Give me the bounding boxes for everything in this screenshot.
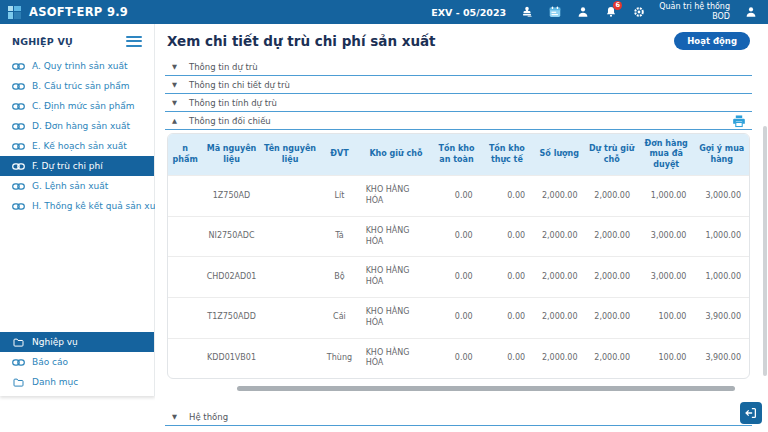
cell-ton-kho-an-toan: 0.00 [432,257,480,298]
cell-ton-kho-an-toan: 0.00 [432,216,480,257]
table-header-row: n phẩm Mã nguyên liệu Tên nguyên liệu ĐV… [168,134,749,176]
sidebar-item-label: F. Dự trù chi phí [32,161,103,171]
app-window: ASOFT-ERP 9.9 EXV - 05/2023 6 Quản trị h… [0,0,768,432]
cell-du-tru-giu-cho: 2,000.00 [586,338,638,378]
section-label: Hệ thống [189,412,228,422]
sidebar-footer-danh-muc[interactable]: Danh mục [0,372,154,392]
bell-icon[interactable]: 6 [603,5,618,20]
cell-san-pham [168,176,202,217]
cell-du-tru-giu-cho: 2,000.00 [586,297,638,338]
sidebar-footer: Nghiệp vụ Báo cáo Danh mục [0,332,154,396]
sidebar-item-label: H. Thống kê kết quả sản xuất [32,201,164,211]
link-icon [12,358,25,367]
table-row[interactable]: T1Z750ADD Cái KHO HÀNG HÓA 0.00 0.00 2,0… [168,297,749,338]
cell-goi-y-mua-hang: 3,900.00 [694,297,749,338]
section-reserve-info[interactable]: ▼ Thông tin dự trù [165,58,752,76]
cell-kho-giu-cho: KHO HÀNG HÓA [360,338,433,378]
section-comparison[interactable]: ▲ Thông tin đối chiếu [165,112,752,130]
user-role: Quản trị hệ thống [659,2,730,12]
cell-ton-kho-thuc-te: 0.00 [481,297,533,338]
cell-ten-nguyen-lieu [261,297,320,338]
section-reserve-detail[interactable]: ▼ Thông tin chi tiết dự trù [165,76,752,94]
cell-goi-y-mua-hang: 3,000.00 [694,176,749,217]
printer-icon[interactable] [732,114,748,128]
cell-ma-nguyen-lieu: 1Z750AD [202,176,261,217]
sidebar-footer-label: Danh mục [32,377,78,387]
chevron-down-icon: ▼ [172,413,180,421]
link-icon [12,82,25,91]
sidebar-item-dinh-muc[interactable]: C. Định mức sản phẩm [0,96,154,116]
cell-san-pham [168,297,202,338]
cell-don-hang-mua: 100.00 [638,297,694,338]
cell-ton-kho-an-toan: 0.00 [432,176,480,217]
table-row[interactable]: NI2750ADC Tá KHO HÀNG HÓA 0.00 0.00 2,00… [168,216,749,257]
sidebar-item-label: A. Quy trình sản xuất [32,61,128,71]
main-content: Xem chi tiết dự trù chi phí sản xuất Hoạ… [155,24,768,432]
sidebar-item-label: B. Cấu trúc sản phẩm [32,81,129,91]
section-system[interactable]: ▼ Hệ thống [165,408,752,426]
sidebar-item-ke-hoach[interactable]: E. Kế hoạch sản xuất [0,136,154,156]
sidebar-item-label: C. Định mức sản phẩm [32,101,135,111]
cell-kho-giu-cho: KHO HÀNG HÓA [360,176,433,217]
sidebar-item-lenh-san-xuat[interactable]: G. Lệnh sản xuất [0,176,154,196]
period-label: EXV - 05/2023 [431,7,506,18]
cell-don-hang-mua: 100.00 [638,338,694,378]
cell-ton-kho-thuc-te: 0.00 [481,338,533,378]
column-header-ton-kho-an-toan: Tồn kho an toàn [432,134,480,176]
cell-dvt: Thùng [319,338,359,378]
profile-icon[interactable] [743,5,758,20]
cell-kho-giu-cho: KHO HÀNG HÓA [360,216,433,257]
folder-icon [12,378,25,387]
gear-icon[interactable] [631,5,646,20]
page-title: Xem chi tiết dự trù chi phí sản xuất [167,33,436,49]
stamp-icon[interactable] [519,5,534,20]
cell-ton-kho-thuc-te: 0.00 [481,257,533,298]
section-reserve-calc[interactable]: ▼ Thông tin tính dự trù [165,94,752,112]
sidebar-item-label: G. Lệnh sản xuất [32,181,108,191]
cell-goi-y-mua-hang: 1,000.00 [694,257,749,298]
cell-don-hang-mua: 3,000.00 [638,257,694,298]
cell-ma-nguyen-lieu: CHD02AD01 [202,257,261,298]
exit-arrow-icon [744,406,758,420]
vertical-scrollbar[interactable] [763,126,767,376]
table-row[interactable]: CHD02AD01 Bộ KHO HÀNG HÓA 0.00 0.00 2,00… [168,257,749,298]
cell-dvt: Cái [319,297,359,338]
cell-ma-nguyen-lieu: T1Z750ADD [202,297,261,338]
user-icon[interactable] [575,5,590,20]
sidebar-item-du-tru-chi-phi[interactable]: F. Dự trù chi phí [0,156,154,176]
user-info[interactable]: Quản trị hệ thống BOD [659,2,730,22]
cell-ton-kho-an-toan: 0.00 [432,338,480,378]
cell-so-luong: 2,000.00 [533,257,585,298]
back-button[interactable] [740,402,762,424]
link-icon [12,122,25,131]
table-row[interactable]: KDD01VB01 Thùng KHO HÀNG HÓA 0.00 0.00 2… [168,338,749,378]
sidebar-footer-nghiep-vu[interactable]: Nghiệp vụ [0,332,154,352]
sidebar-item-quy-trinh[interactable]: A. Quy trình sản xuất [0,56,154,76]
section-label: Thông tin tính dự trù [189,98,277,108]
sidebar-item-thong-ke[interactable]: H. Thống kê kết quả sản xuất [0,196,154,216]
sidebar-footer-label: Nghiệp vụ [32,337,78,347]
user-name: BOD [659,12,730,22]
sidebar-item-don-hang[interactable]: D. Đơn hàng sản xuất [0,116,154,136]
sidebar-item-cau-truc[interactable]: B. Cấu trúc sản phẩm [0,76,154,96]
section-label: Thông tin dự trù [189,62,258,72]
calendar-icon[interactable] [547,5,562,20]
column-header-ma-nguyen-lieu: Mã nguyên liệu [202,134,261,176]
link-icon [12,62,25,71]
column-header-san-pham: n phẩm [168,134,202,176]
page-header: Xem chi tiết dự trù chi phí sản xuất Hoạ… [167,32,750,50]
cell-goi-y-mua-hang: 3,900.00 [694,338,749,378]
menu-icon[interactable] [126,33,142,49]
column-header-ten-nguyen-lieu: Tên nguyên liệu [261,134,320,176]
cell-ton-kho-thuc-te: 0.00 [481,216,533,257]
table-row[interactable]: 1Z750AD Lít KHO HÀNG HÓA 0.00 0.00 2,000… [168,176,749,217]
column-header-du-tru-giu-cho: Dự trù giữ chỗ [586,134,638,176]
cell-ten-nguyen-lieu [261,338,320,378]
sidebar-footer-bao-cao[interactable]: Báo cáo [0,352,154,372]
chevron-up-icon: ▲ [172,117,180,125]
section-label: Thông tin chi tiết dự trù [189,80,290,90]
horizontal-scrollbar[interactable] [237,386,735,391]
chevron-down-icon: ▼ [172,99,180,107]
sidebar: NGHIỆP VỤ A. Quy trình sản xuất B. Cấu t… [0,24,155,396]
actions-button[interactable]: Hoạt động [674,32,750,50]
